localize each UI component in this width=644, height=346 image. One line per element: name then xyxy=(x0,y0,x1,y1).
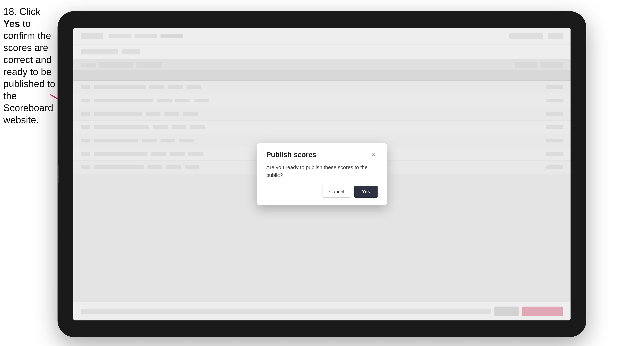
modal-header: Publish scores × xyxy=(266,151,378,159)
tablet-screen: Publish scores × Are you ready to publis… xyxy=(73,28,570,321)
instruction-text: 18. Click Yes to confirm the scores are … xyxy=(3,5,57,126)
cancel-button[interactable]: Cancel xyxy=(322,185,351,198)
yes-button[interactable]: Yes xyxy=(354,185,378,198)
modal-message: Are you ready to publish these scores to… xyxy=(266,164,378,179)
step-number: 18. xyxy=(3,6,17,17)
tablet-side-button xyxy=(58,165,59,183)
dialog-overlay: Publish scores × Are you ready to publis… xyxy=(73,28,570,321)
instruction-suffix: to confirm the scores are correct and re… xyxy=(3,18,55,125)
modal-close-button[interactable]: × xyxy=(370,151,378,159)
instruction-prefix: Click xyxy=(20,6,40,17)
modal-body: Are you ready to publish these scores to… xyxy=(266,164,378,179)
tablet-device: Publish scores × Are you ready to publis… xyxy=(58,11,586,337)
modal-footer: Cancel Yes xyxy=(266,185,378,198)
modal-title: Publish scores xyxy=(266,151,316,159)
publish-scores-dialog: Publish scores × Are you ready to publis… xyxy=(257,143,387,205)
instruction-bold: Yes xyxy=(3,18,20,29)
